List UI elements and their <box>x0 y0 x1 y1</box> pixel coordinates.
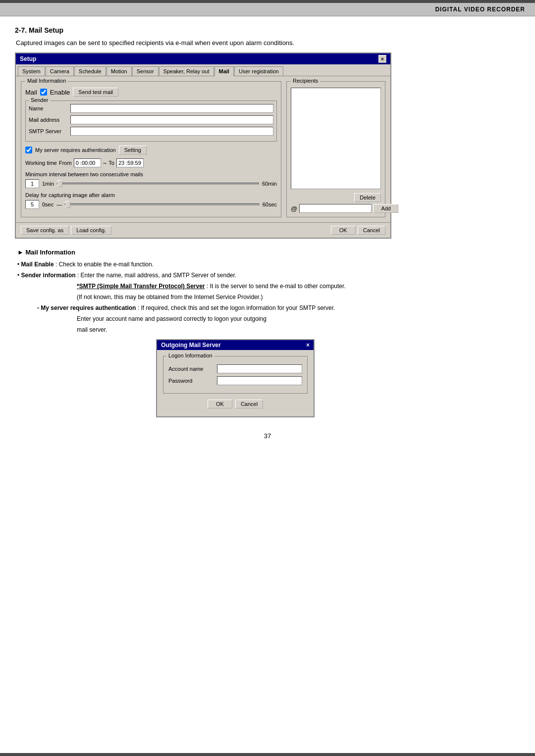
tab-mail[interactable]: Mail <box>214 66 234 76</box>
password-input[interactable] <box>217 376 302 385</box>
smtp-input[interactable] <box>70 127 273 136</box>
tab-system[interactable]: System <box>18 66 45 76</box>
recipients-list[interactable] <box>291 88 381 189</box>
delay-slider-row: 0sec — 60sec <box>25 200 277 209</box>
sender-legend: Sender <box>29 97 50 103</box>
outgoing-footer: OK Cancel <box>163 400 308 410</box>
mail-address-input[interactable] <box>70 115 273 124</box>
tab-sensor[interactable]: Sensor <box>132 66 159 76</box>
min-interval-slider-track[interactable] <box>57 183 259 185</box>
delay-input[interactable] <box>25 200 39 209</box>
tab-schedule[interactable]: Schedule <box>74 66 106 76</box>
smtp-text: : It is the server to send the e-mail to… <box>207 283 346 290</box>
smtp-label: SMTP Server <box>29 128 68 134</box>
delete-button[interactable]: Delete <box>354 193 381 202</box>
auth-row: My server requires authentication Settin… <box>25 146 277 154</box>
tab-motion[interactable]: Motion <box>107 66 132 76</box>
min-interval-slider-thumb[interactable] <box>57 180 62 187</box>
bullet1: • <box>17 261 19 268</box>
sender-bold: Sender information <box>21 272 76 279</box>
section-title: 2-7. Mail Setup <box>15 26 520 34</box>
send-test-mail-button[interactable]: Send test mail <box>73 88 118 97</box>
delay-slider-thumb[interactable] <box>65 201 70 208</box>
account-row: Account name <box>168 364 302 373</box>
tab-camera[interactable]: Camera <box>46 66 74 76</box>
60min-label: 60min <box>262 181 277 187</box>
outgoing-title: Outgoing Mail Server <box>161 342 221 349</box>
help-item-mail-enable: • Mail Enable : Check to enable the e-ma… <box>17 260 518 269</box>
outgoing-ok-button[interactable]: OK <box>208 400 232 408</box>
delete-row: Delete <box>291 193 381 202</box>
setup-body: Mail Information Mail Enable Send test m… <box>16 76 390 222</box>
auth-note2: mail server. <box>77 326 107 333</box>
password-row: Password <box>168 376 302 385</box>
header-bar: DIGITAL VIDEO RECORDER <box>0 3 535 16</box>
at-sign: @ <box>291 205 297 212</box>
outgoing-mail-window: Outgoing Mail Server × Logon Information… <box>156 339 315 417</box>
name-input[interactable] <box>70 104 273 113</box>
page-number: 37 <box>15 432 520 440</box>
mail-address-row: Mail address <box>29 115 273 124</box>
outgoing-cancel-button[interactable]: Cancel <box>235 400 263 408</box>
min-interval-label: Minimum interval between two consecutive… <box>25 171 277 177</box>
bottom-bar <box>0 753 535 756</box>
setup-footer: Save config. as Load config. OK Cancel <box>16 222 390 238</box>
help-smtp-note: (If not known, this may be obtained from… <box>77 293 518 302</box>
auth-label: My server requires authentication <box>35 147 116 153</box>
outgoing-close-button[interactable]: × <box>306 342 310 349</box>
from-label: From <box>59 160 72 166</box>
name-row: Name <box>29 104 273 113</box>
tab-speaker-relay[interactable]: Speaker, Relay out <box>159 66 214 76</box>
mail-enable-row: Mail Enable Send test mail <box>25 88 277 97</box>
smtp-bold: *SMTP (Simple Mail Transfer Protocol) Se… <box>77 283 205 290</box>
arrow-icon: ► <box>17 249 24 256</box>
mail-info-panel: Mail Information Mail Enable Send test m… <box>21 81 281 217</box>
footer-right: OK Cancel <box>331 226 385 235</box>
main-content: 2-7. Mail Setup Captured images can be s… <box>0 16 535 454</box>
mail-label: Mail <box>25 89 37 96</box>
mail-enable-text: : Check to enable the e-mail function. <box>55 261 154 268</box>
account-input[interactable] <box>217 364 302 373</box>
auth-note1: Enter your account name and password cor… <box>77 315 267 322</box>
smtp-note: (If not known, this may be obtained from… <box>77 294 263 301</box>
working-time-row: Working time From ~ To <box>25 158 277 167</box>
section-description: Captured images can be sent to specified… <box>15 39 520 47</box>
1min-label: 1min <box>42 181 54 187</box>
add-button[interactable]: Add <box>374 204 398 213</box>
setup-tabs: System Camera Schedule Motion Sensor Spe… <box>16 64 390 76</box>
close-button[interactable]: × <box>378 55 386 63</box>
auth-text: : If required, check this and set the lo… <box>138 304 335 311</box>
help-auth-note2: mail server. <box>77 325 518 334</box>
load-config-button[interactable]: Load config. <box>71 226 111 235</box>
cancel-button[interactable]: Cancel <box>358 226 385 235</box>
from-time-input[interactable] <box>74 158 101 167</box>
name-label: Name <box>29 105 68 111</box>
to-label: To <box>108 160 114 166</box>
help-item-sender: • Sender information : Enter the name, m… <box>17 271 518 280</box>
mail-enable-checkbox[interactable] <box>40 89 47 96</box>
min-interval-slider-row: 1min 60min <box>25 179 277 188</box>
0sec-label: 0sec <box>42 202 54 207</box>
email-input[interactable] <box>299 204 372 213</box>
outgoing-titlebar: Outgoing Mail Server × <box>157 340 314 350</box>
setup-window-title: Setup <box>20 55 36 62</box>
dash-label: — <box>56 202 62 207</box>
header-title: DIGITAL VIDEO RECORDER <box>435 6 525 13</box>
help-section: ► Mail Information • Mail Enable : Check… <box>15 249 520 417</box>
delay-label: Delay for capturing image after alarm <box>25 192 277 198</box>
60sec-label: 60sec <box>263 202 277 207</box>
to-time-input[interactable] <box>116 158 144 167</box>
enable-label: Enable <box>50 89 70 96</box>
working-time-label: Working time <box>25 160 57 166</box>
ok-button[interactable]: OK <box>331 226 356 235</box>
min-interval-input[interactable] <box>25 179 39 188</box>
setting-button[interactable]: Setting <box>119 146 147 154</box>
tab-user-registration[interactable]: User registration <box>234 66 283 76</box>
setup-window: Setup × System Camera Schedule Motion Se… <box>15 52 391 239</box>
add-row: @ Add <box>291 204 381 213</box>
logon-section: Logon Information Account name Password <box>163 356 308 394</box>
save-config-button[interactable]: Save config. as <box>21 226 69 235</box>
mail-address-label: Mail address <box>29 117 68 123</box>
delay-slider-track[interactable] <box>65 203 259 205</box>
auth-checkbox[interactable] <box>25 147 32 153</box>
